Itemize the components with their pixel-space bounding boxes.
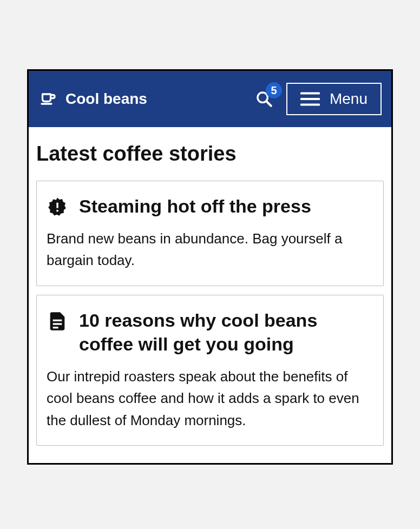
story-card[interactable]: 10 reasons why cool beans coffee will ge… [36,295,384,446]
svg-rect-10 [53,327,58,328]
logo-area[interactable]: Cool beans [38,89,247,109]
search-button[interactable]: 5 [255,90,273,108]
card-head: 10 reasons why cool beans coffee will ge… [47,308,373,356]
card-title: Steaming hot off the press [79,194,311,218]
svg-rect-9 [53,323,62,325]
svg-rect-5 [56,203,58,208]
main-content: Latest coffee stories Steaming hot off t… [29,127,391,463]
site-title: Cool beans [65,90,147,108]
card-head: Steaming hot off the press [47,194,373,218]
svg-line-1 [266,101,271,106]
hamburger-icon [300,91,320,107]
svg-rect-8 [53,319,62,321]
svg-rect-6 [56,210,58,211]
coffee-cup-icon [38,89,58,109]
menu-label: Menu [330,90,368,108]
card-title: 10 reasons why cool beans coffee will ge… [79,308,373,356]
header: Cool beans 5 Menu [29,71,391,127]
app-frame: Cool beans 5 Menu Latest coffee s [27,69,393,465]
article-icon [47,308,68,332]
menu-button[interactable]: Menu [286,83,382,115]
story-card[interactable]: Steaming hot off the press Brand new bea… [36,181,384,286]
card-body: Brand new beans in abundance. Bag yourse… [47,228,373,272]
page-title: Latest coffee stories [36,142,384,166]
notification-badge: 5 [266,82,282,98]
new-releases-icon [47,194,68,218]
card-body: Our intrepid roasters speak about the be… [47,366,373,431]
